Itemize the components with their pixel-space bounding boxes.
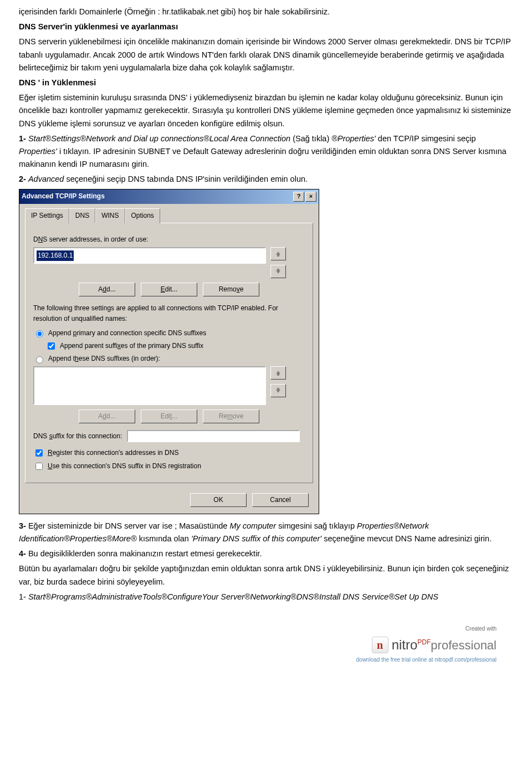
step-3-d: seçeneğine mevcut DNS Name adresinizi gi…	[324, 534, 492, 543]
step-4-prefix: 4-	[19, 549, 28, 558]
step-1-tail: den TCP/IP simgesini seçip	[378, 134, 476, 143]
tab-wins[interactable]: WINS	[95, 208, 125, 223]
step-3-italic3: 'Primary DNS suffix of this computer'	[191, 534, 321, 543]
footer-brand-text: nitroPDFprofessional	[392, 634, 497, 655]
radio-append-these[interactable]: Append these DNS suffixes (in order):	[33, 354, 305, 364]
radio-append-primary-input[interactable]	[36, 330, 43, 337]
move-up-button[interactable]	[270, 247, 286, 260]
closing-2: 1- Start®Programs®AdministrativeTools®Co…	[19, 591, 513, 603]
dns-suffix-label: DNS suffix for this connection:	[33, 431, 122, 442]
radio-append-primary-label: Append primary and connection specific D…	[48, 328, 206, 339]
dns-server-entry[interactable]: 192.168.0.1	[37, 250, 74, 261]
intro-line: içerisinden farklı Domainlerle (Örneğin …	[19, 6, 513, 18]
check-use-suffix-label: Use this connection's DNS suffix in DNS …	[48, 461, 201, 472]
edit-suffix-button: Edit...	[141, 409, 197, 423]
tab-ip-settings[interactable]: IP Settings	[25, 208, 69, 223]
radio-append-these-input[interactable]	[36, 356, 43, 363]
closing-1: Bütün bu ayarlamaları doğru bir şekilde …	[19, 562, 513, 588]
para-2: Eğer işletim sisteminin kuruluşu sırasın…	[19, 91, 513, 130]
footer-created: Created with	[19, 624, 497, 633]
dialog-titlebar[interactable]: Advanced TCP/IP Settings ? ×	[19, 190, 319, 203]
dns-suffix-input[interactable]	[127, 430, 300, 442]
tab-content-dns: DNS server addresses, in order of use: 1…	[25, 223, 313, 483]
step-3-prefix: 3-	[19, 521, 28, 530]
info-text: The following three settings are applied…	[33, 303, 305, 324]
step-2: 2- Advanced seçeneğini seçip DNS tabında…	[19, 173, 513, 186]
add-server-button[interactable]: Add...	[79, 283, 135, 296]
dns-servers-label: DNS server addresses, in order of use:	[33, 234, 305, 245]
step-1-path3: Properties'	[19, 147, 57, 156]
heading-dns-load: DNS ' in Yüklenmesi	[19, 76, 513, 89]
check-register-dns-input[interactable]	[35, 449, 43, 457]
check-append-parent[interactable]: Append parent suffixes of the primary DN…	[45, 341, 305, 351]
step-1-path2: ®Properties'	[331, 134, 378, 143]
ok-button[interactable]: OK	[190, 493, 247, 507]
step-1: 1- Start®Settings®Network and Dial up co…	[19, 132, 513, 171]
step-2-prefix: 2-	[19, 175, 28, 183]
help-button[interactable]: ?	[293, 192, 304, 202]
para-1: DNS serverin yüklenebilmesi için öncelik…	[19, 35, 513, 74]
suffix-move-down-button[interactable]	[270, 384, 286, 397]
arrow-down-icon	[275, 387, 282, 394]
step-1-mid: (Sağ tıkla)	[293, 134, 331, 143]
footer-brand: n nitroPDFprofessional	[372, 634, 497, 655]
check-register-dns-label: Register this connection's addresses in …	[48, 448, 178, 458]
tabs: IP Settings DNS WINS Options	[25, 208, 313, 223]
step-4: 4- Bu degisikliklerden sonra makinanızın…	[19, 547, 513, 560]
step-3: 3- Eğer sisteminizde bir DNS server var …	[19, 520, 513, 545]
footer-download-link[interactable]: download the free trial online at nitrop…	[19, 655, 497, 664]
step-3-c: kısmında olan	[139, 534, 191, 543]
step-2-italic: Advanced	[28, 175, 66, 183]
check-append-parent-label: Append parent suffixes of the primary DN…	[60, 341, 203, 351]
arrow-up-icon	[275, 370, 282, 376]
label-pre: D	[33, 235, 38, 243]
radio-append-primary[interactable]: Append primary and connection specific D…	[33, 328, 305, 339]
move-down-button[interactable]	[270, 265, 286, 278]
close-button[interactable]: ×	[305, 192, 316, 202]
step-2-tail: seçeneğini seçip DNS tabında DNS IP'sini…	[66, 175, 308, 183]
remove-suffix-button: Remove	[203, 409, 259, 423]
step-1-prefix: 1-	[19, 134, 28, 143]
cancel-button[interactable]: Cancel	[252, 493, 309, 507]
nitro-logo-icon: n	[372, 637, 388, 653]
advanced-tcpip-dialog: Advanced TCP/IP Settings ? × IP Settings…	[19, 189, 319, 514]
check-append-parent-input[interactable]	[48, 342, 55, 350]
add-suffix-button: Add...	[79, 409, 135, 423]
radio-append-these-label: Append these DNS suffixes (in order):	[48, 354, 160, 364]
dialog-title: Advanced TCP/IP Settings	[22, 191, 105, 202]
dns-suffixes-listbox[interactable]	[33, 366, 266, 405]
step-3-a: Eğer sisteminizde bir DNS server var ise…	[28, 521, 229, 530]
footer-ad: Created with n nitroPDFprofessional down…	[19, 620, 513, 667]
step-1-tail2: i tıklayın. IP adresinin SUBNET ve Defau…	[19, 147, 507, 168]
arrow-down-icon	[275, 268, 282, 275]
step-3-italic1: My computer	[229, 521, 276, 530]
step-3-b: simgesini sağ tıklayıp	[278, 521, 357, 530]
edit-server-button[interactable]: Edit...	[141, 283, 197, 296]
tab-options[interactable]: Options	[125, 208, 160, 223]
step-1-path: Start®Settings®Network and Dial up conne…	[28, 134, 290, 143]
step-4-text: Bu degisikliklerden sonra makinanızın re…	[28, 549, 262, 558]
heading-dns-install: DNS Server'in yüklenmesi ve ayarlanması	[19, 21, 513, 33]
dns-servers-listbox[interactable]: 192.168.0.1	[33, 247, 266, 264]
closing-2-path: Start®Programs®AdministrativeTools®Confi…	[28, 592, 438, 601]
check-use-suffix[interactable]: Use this connection's DNS suffix in DNS …	[33, 461, 305, 472]
arrow-up-icon	[275, 250, 282, 257]
label-post: S server addresses, in order of use:	[43, 235, 148, 243]
check-use-suffix-input[interactable]	[35, 463, 43, 470]
tab-dns[interactable]: DNS	[69, 208, 95, 223]
suffix-move-up-button[interactable]	[270, 366, 286, 380]
remove-server-button[interactable]: Remove	[203, 283, 259, 296]
check-register-dns[interactable]: Register this connection's addresses in …	[33, 448, 305, 458]
closing-2-prefix: 1-	[19, 592, 28, 601]
